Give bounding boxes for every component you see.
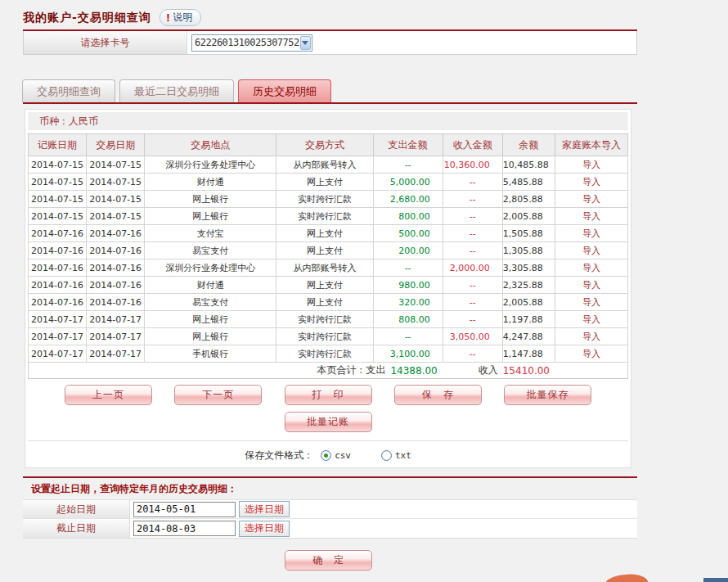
import-link[interactable]: 导入 [555,208,627,225]
table-cell: 500.00 [373,225,443,242]
table-row: 2014-07-152014-07-15网上银行实时跨行汇款800.00--2,… [29,208,628,225]
table-cell: -- [443,208,502,225]
transactions-tbody: 2014-07-152014-07-15深圳分行业务处理中心从内部账号转入--1… [29,156,628,363]
table-cell: 易宝支付 [145,242,276,259]
end-date-picker-button[interactable]: 选择日期 [239,521,290,537]
table-cell: 2014-07-16 [87,259,145,277]
table-cell: 2,325.88 [502,277,555,294]
tab-history-detail[interactable]: 历史交易明细 [238,79,331,102]
table-cell: 实时跨行汇款 [276,208,373,225]
card-selector-cell: 6222601310025307752 [187,31,636,54]
logo-fragment-blue [703,578,728,582]
transactions-table: 记账日期 交易日期 交易地点 交易方式 支出金额 收入金额 余额 家庭账本导入 … [28,133,628,379]
table-row: 2014-07-172014-07-17网上银行实时跨行汇款808.00--1,… [29,311,628,328]
table-cell: 网上支付 [276,174,373,191]
save-button[interactable]: 保 存 [394,385,482,405]
tab-bar: 交易明细查询 最近二日交易明细 历史交易明细 [22,79,331,102]
batch-save-button[interactable]: 批量保存 [504,385,591,405]
table-cell: 实时跨行汇款 [276,191,373,208]
chevron-down-icon[interactable] [300,36,311,50]
table-cell: 2014-07-17 [29,328,87,345]
summary-outgoing-label: 本页合计：支出 [317,363,385,377]
history-detail-panel: 币种：人民币 记账日期 交易日期 交易地点 交易方式 支出金额 收入金额 余额 … [25,109,631,468]
import-link[interactable]: 导入 [555,259,627,277]
tab-transaction-detail-query[interactable]: 交易明细查询 [22,79,115,102]
col-header-balance: 余额 [502,134,555,156]
table-cell: 网上支付 [276,242,373,259]
table-cell: 2,680.00 [373,191,443,208]
table-cell: 2014-07-16 [87,294,145,311]
table-cell: 支付宝 [145,225,276,242]
table-cell: 从内部账号转入 [276,259,373,277]
import-link[interactable]: 导入 [555,345,627,363]
table-cell: 2014-07-16 [29,259,87,277]
next-page-button[interactable]: 下一页 [174,385,262,405]
logo-fragment-orange [602,572,648,582]
import-link[interactable]: 导入 [555,311,627,328]
table-cell: 财付通 [145,277,276,294]
page-summary-row: 本页合计：支出 14388.00 收入 15410.00 [29,363,628,379]
import-link[interactable]: 导入 [555,277,627,294]
confirm-button[interactable]: 确 定 [285,550,372,571]
file-format-row: 保存文件格式： csv txt [28,441,628,469]
table-cell: 4,247.88 [502,328,555,345]
import-link[interactable]: 导入 [555,294,627,311]
table-cell: 深圳分行业务处理中心 [145,259,276,277]
prev-page-button[interactable]: 上一页 [65,385,152,405]
import-link[interactable]: 导入 [555,174,627,191]
table-row: 2014-07-162014-07-16支付宝网上支付500.00--1,505… [29,225,628,242]
table-cell: 网上银行 [145,191,276,208]
table-cell: 2014-07-16 [87,242,145,259]
print-button[interactable]: 打 印 [285,385,372,405]
tab-last-two-days[interactable]: 最近二日交易明细 [119,79,234,102]
import-link[interactable]: 导入 [555,225,627,242]
batch-record-row: 批量记账 [28,412,628,432]
table-cell: 2014-07-16 [29,277,87,294]
help-button[interactable]: ! 说明 [160,9,201,26]
table-cell: 2014-07-15 [87,191,145,208]
import-link[interactable]: 导入 [555,242,627,259]
table-cell: 1,505.88 [502,225,555,242]
date-range-title: 设置起止日期，查询特定年月的历史交易明细： [23,478,637,500]
table-cell: 2014-07-15 [87,174,145,191]
table-cell: 2014-07-15 [29,208,87,225]
card-number-select[interactable]: 6222601310025307752 [191,34,312,52]
table-cell: 2014-07-16 [87,277,145,294]
start-date-picker-button[interactable]: 选择日期 [239,501,290,517]
table-row: 2014-07-152014-07-15财付通网上支付5,000.00--5,4… [29,174,628,191]
radio-option-txt[interactable]: txt [381,450,411,461]
table-cell: 2014-07-17 [87,328,145,345]
table-cell: 网上银行 [145,208,276,225]
table-cell: 实时跨行汇款 [276,328,373,345]
table-cell: 10,485.88 [502,156,555,174]
end-date-row: 截止日期 选择日期 [23,519,637,538]
import-link[interactable]: 导入 [555,156,627,174]
table-cell: 2,005.88 [502,294,555,311]
table-cell: -- [443,311,502,328]
radio-option-csv[interactable]: csv [321,450,351,461]
import-link[interactable]: 导入 [555,328,627,345]
start-date-input[interactable] [133,502,236,517]
batch-record-button[interactable]: 批量记账 [285,412,372,432]
start-date-label: 起始日期 [23,500,130,518]
end-date-input[interactable] [133,521,236,536]
table-row: 2014-07-152014-07-15网上银行实时跨行汇款2,680.00--… [29,191,628,208]
table-cell: 深圳分行业务处理中心 [145,156,276,174]
summary-incoming-label: 收入 [479,363,498,377]
radio-label-csv: csv [335,450,351,461]
table-cell: 手机银行 [145,345,276,363]
table-cell: 3,100.00 [373,345,443,363]
table-cell: 从内部账号转入 [276,156,373,174]
page: 我的账户-交易明细查询 ! 说明 请选择卡号 62226013100253077… [0,0,728,582]
import-link[interactable]: 导入 [555,191,627,208]
radio-unselected-icon[interactable] [381,450,392,461]
table-cell: 5,000.00 [373,174,443,191]
date-range-section: 设置起止日期，查询特定年月的历史交易明细： 起始日期 选择日期 截止日期 选择日… [23,476,637,539]
exclamation-icon: ! [166,12,170,24]
col-header-transaction-date: 交易日期 [87,134,145,156]
pagination-actions: 上一页 下一页 打 印 保 存 批量保存 [28,385,628,405]
radio-selected-icon[interactable] [321,450,331,461]
table-cell: 10,360.00 [443,156,502,174]
table-cell: 2014-07-17 [87,311,145,328]
table-cell: 1,147.88 [502,345,555,363]
